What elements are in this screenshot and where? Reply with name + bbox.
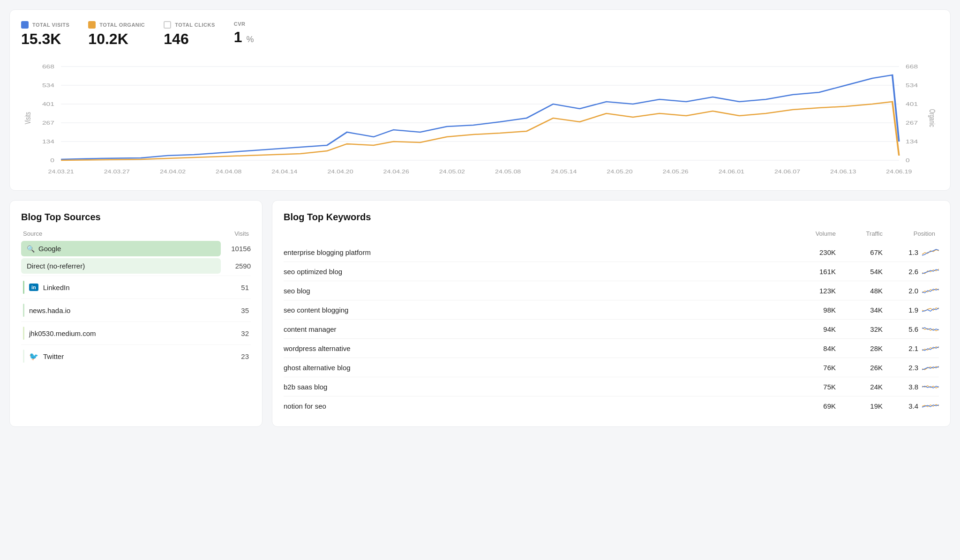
kw-col-volume: Volume [789, 230, 836, 237]
kw-pos-val: 2.3 [908, 364, 918, 372]
visits-col-label: Visits [234, 230, 249, 237]
visits-checkbox[interactable] [21, 21, 29, 29]
kw-row: enterprise blogging platform 230K 67K 1.… [284, 243, 939, 262]
metrics-row: TOTAL VISITS 15.3K TOTAL ORGANIC 10.2K T… [21, 21, 939, 48]
kw-volume: 161K [789, 268, 836, 276]
linkedin-icon: in [29, 284, 38, 291]
kw-col-keyword [284, 230, 789, 237]
kw-name: ghost alternative blog [284, 364, 789, 372]
medium-visits: 32 [241, 329, 249, 337]
metric-total-visits: TOTAL VISITS 15.3K [21, 21, 69, 48]
svg-text:24.06.07: 24.06.07 [774, 169, 800, 174]
kw-name: enterprise blogging platform [284, 248, 789, 256]
keywords-title: Blog Top Keywords [284, 212, 939, 223]
kw-col-traffic: Traffic [836, 230, 883, 237]
twitter-visits: 23 [241, 352, 249, 360]
kw-pos: 1.3 [883, 248, 939, 256]
kw-traffic: 48K [836, 287, 883, 295]
analytics-card: TOTAL VISITS 15.3K TOTAL ORGANIC 10.2K T… [9, 9, 951, 191]
kw-col-position: Position [883, 230, 939, 237]
cvr-value: 1 % [234, 29, 254, 46]
svg-text:267: 267 [906, 120, 918, 126]
clicks-value: 146 [164, 30, 215, 48]
kw-name: content manager [284, 325, 789, 333]
organic-line [61, 102, 899, 160]
hada-left: news.hada.io [23, 304, 70, 317]
mini-chart-icon [922, 248, 939, 256]
line-chart: 0 134 267 401 534 668 Visits 0 134 267 4… [21, 57, 939, 179]
medium-divider [23, 327, 24, 340]
direct-bar: Direct (no-referrer) [21, 258, 221, 274]
metric-total-organic: TOTAL ORGANIC 10.2K [88, 21, 145, 48]
svg-text:24.03.27: 24.03.27 [104, 169, 130, 174]
clicks-checkbox[interactable] [164, 21, 171, 29]
source-row-hada: news.hada.io 35 [21, 299, 251, 321]
source-row-medium: jhk0530.medium.com 32 [21, 321, 251, 344]
hada-divider [23, 304, 24, 317]
svg-text:0: 0 [50, 157, 54, 163]
svg-text:668: 668 [906, 64, 918, 69]
source-row-google: 🔍 Google 10156 [21, 241, 251, 256]
svg-text:24.06.01: 24.06.01 [719, 169, 744, 174]
hada-label: news.hada.io [29, 306, 70, 314]
kw-row: content manager 94K 32K 5.6 [284, 320, 939, 339]
kw-pos-val: 3.8 [908, 383, 918, 391]
direct-label: Direct (no-referrer) [27, 262, 85, 270]
svg-text:Organic: Organic [928, 109, 936, 127]
mini-chart-icon [922, 267, 939, 276]
mini-chart-icon [922, 306, 939, 314]
google-icon: 🔍 [27, 245, 35, 253]
kw-volume: 76K [789, 364, 836, 372]
svg-text:401: 401 [42, 101, 54, 107]
kw-row: notion for seo 69K 19K 3.4 [284, 396, 939, 415]
cvr-label: CVR [234, 21, 246, 27]
linkedin-label: LinkedIn [43, 284, 70, 291]
twitter-label: Twitter [43, 352, 64, 360]
source-col-label: Source [23, 230, 42, 237]
kw-pos: 2.0 [883, 286, 939, 295]
svg-text:134: 134 [906, 139, 918, 144]
kw-volume: 230K [789, 248, 836, 256]
kw-pos: 2.1 [883, 344, 939, 352]
keywords-header: Volume Traffic Position [284, 230, 939, 239]
metric-total-clicks: TOTAL CLICKS 146 [164, 21, 215, 48]
mini-chart-icon [922, 363, 939, 372]
kw-volume: 84K [789, 344, 836, 352]
organic-checkbox[interactable] [88, 21, 96, 29]
svg-text:24.05.14: 24.05.14 [551, 169, 577, 174]
kw-traffic: 28K [836, 344, 883, 352]
linkedin-visits: 51 [241, 284, 249, 291]
svg-text:24.04.08: 24.04.08 [216, 169, 241, 174]
source-row-linkedin: in LinkedIn 51 [21, 276, 251, 299]
kw-traffic: 54K [836, 268, 883, 276]
linkedin-left: in LinkedIn [23, 281, 70, 294]
kw-pos-val: 2.1 [908, 344, 918, 352]
hada-visits: 35 [241, 306, 249, 314]
kw-pos-val: 1.3 [908, 248, 918, 256]
clicks-label: TOTAL CLICKS [175, 22, 215, 28]
google-label: Google [38, 245, 61, 253]
kw-traffic: 32K [836, 325, 883, 333]
svg-text:24.03.21: 24.03.21 [48, 169, 74, 174]
mini-chart-icon [922, 382, 939, 391]
kw-name: seo blog [284, 287, 789, 295]
kw-pos: 5.6 [883, 325, 939, 333]
visits-value: 15.3K [21, 30, 69, 48]
svg-text:24.05.26: 24.05.26 [663, 169, 689, 174]
kw-traffic: 24K [836, 383, 883, 391]
sources-card: Blog Top Sources Source Visits 🔍 Google … [9, 200, 262, 427]
medium-label: jhk0530.medium.com [29, 329, 96, 337]
sources-header: Source Visits [21, 230, 251, 237]
kw-row: seo blog 123K 48K 2.0 [284, 281, 939, 300]
mini-chart-icon [922, 344, 939, 352]
kw-pos-val: 2.6 [908, 268, 918, 276]
google-visits: 10156 [228, 245, 251, 253]
mini-chart-icon [922, 286, 939, 295]
kw-pos-val: 1.9 [908, 306, 918, 314]
kw-pos-val: 3.4 [908, 402, 918, 410]
kw-name: seo content blogging [284, 306, 789, 314]
kw-pos: 2.6 [883, 267, 939, 276]
visits-label: TOTAL VISITS [32, 22, 69, 28]
svg-text:Visits: Visits [24, 112, 32, 124]
source-row-direct: Direct (no-referrer) 2590 [21, 258, 251, 274]
